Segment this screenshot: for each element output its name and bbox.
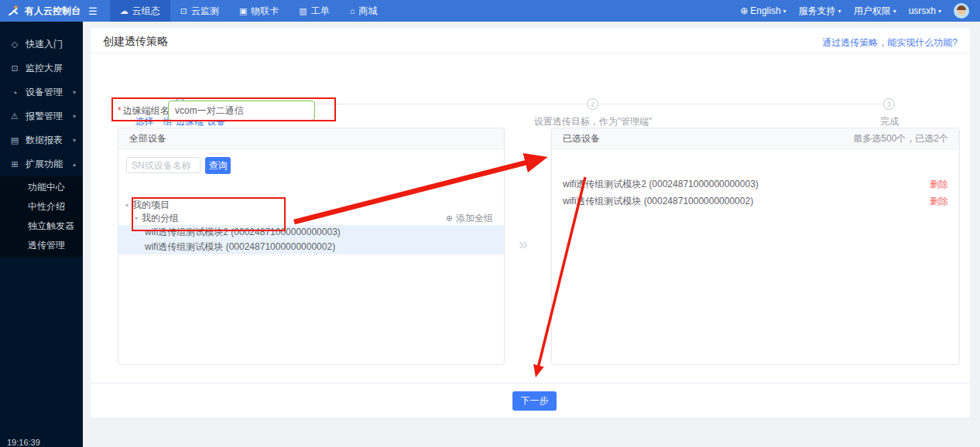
nav-tab-cloud-monitor[interactable]: ⊡ 云监测 [170,0,229,22]
stepper: 1 2 3 选择一组"边缘端"设备 设置透传目标，作为"管理端" 完成 [91,59,970,99]
hamburger-menu-icon[interactable]: ☰ [88,5,98,17]
submenu-item-function-center[interactable]: 功能中心 [0,178,83,197]
delete-link[interactable]: 删除 [930,178,948,191]
tree-expand-icon[interactable]: ▾ [135,215,138,222]
selected-device-name: wifi透传组测试模块2 (00024871000000000003) [563,178,759,191]
delete-link[interactable]: 删除 [930,195,948,208]
step-circle-2: 2 [587,98,598,110]
sidebar-item-alarm-management[interactable]: ⚠ 报警管理 ▾ [0,104,83,128]
nav-tabs: ☁ 云组态 ⊡ 云监测 ▣ 物联卡 ▥ 工单 ⌂ 商城 [110,0,388,22]
storefront-icon: ⌂ [350,6,355,15]
tree-expand-icon[interactable]: ▾ [125,202,128,209]
sidebar-item-data-reports[interactable]: ▤ 数据报表 ▾ [0,128,83,152]
submenu-label: 独立触发器 [28,220,74,233]
screen-icon: ⊡ [9,63,20,73]
nav-tab-label: 云监测 [191,5,219,18]
language-dropdown[interactable]: ⊕ English ▾ [740,5,786,16]
sidebar: ◇ 快速入门 ⊡ 监控大屏 ◔ 设备管理 ▾ ⚠ 报警管理 ▾ ▤ 数据报表 ▾… [0,22,83,447]
search-button[interactable]: 查询 [205,157,231,174]
nav-tab-cloud-scada[interactable]: ☁ 云组态 [110,0,170,22]
sidebar-item-device-management[interactable]: ◔ 设备管理 ▾ [0,80,83,104]
monitor-icon: ⊡ [180,6,187,16]
device-tree-item-2[interactable]: wifi透传组测试模块 (00024871000000000002) [118,240,504,254]
group-name-input[interactable] [168,101,315,121]
chevron-up-icon: ▴ [73,161,76,168]
tree-project-label: 我的项目 [132,199,170,212]
nav-tab-work-order[interactable]: ▥ 工单 [289,0,339,22]
brand: 有人云控制台 ☰ [0,0,105,22]
all-devices-body: 查询 ▾ 我的项目 ▾ 我的分组 ⊕ 添加全组 wifi透传组测试模块2 (00… [118,149,504,365]
sidebar-item-label: 报警管理 [26,110,63,123]
sidebar-item-extensions[interactable]: ⊞ 扩展功能 ▴ [0,152,83,176]
sidebar-item-label: 数据报表 [26,134,63,147]
avatar-hair [957,5,966,10]
timestamp: 19:16:39 [7,438,40,447]
selected-devices-body: wifi透传组测试模块2 (00024871000000000003) 删除 w… [552,149,959,365]
add-all-group-link[interactable]: ⊕ 添加全组 [446,212,493,224]
selected-devices-panel: 已选设备 最多选500个，已选2个 wifi透传组测试模块2 (00024871… [551,128,960,365]
globe-icon: ⊕ [740,5,748,16]
sidebar-item-label: 监控大屏 [26,62,63,75]
sidebar-item-label: 设备管理 [26,86,63,99]
compass-icon: ◇ [9,39,20,49]
device-tree-item-1[interactable]: wifi透传组测试模块2 (00024871000000000003) [118,225,504,240]
nav-tab-mall[interactable]: ⌂ 商城 [340,0,388,22]
selected-device-row-2: wifi透传组测试模块 (00024871000000000002) 删除 [552,193,959,209]
step-number: 3 [887,101,891,108]
all-devices-header: 全部设备 [118,128,504,149]
help-link[interactable]: 通过透传策略，能实现什么功能? [822,36,958,49]
circle-plus-icon: ⊕ [446,213,453,224]
group-name-label-text: 边缘端组名 [123,105,170,116]
alarm-icon: ⚠ [9,111,20,121]
group-name-label: *边缘端组名 [118,104,170,118]
nav-tab-label: 工单 [311,5,330,18]
nav-tab-label: 物联卡 [251,5,279,18]
chevron-down-icon: ▾ [838,8,841,15]
device-search-input[interactable] [126,157,200,173]
submenu-item-passthrough-management[interactable]: 透传管理 [0,236,83,255]
submenu-label: 功能中心 [28,181,65,194]
usr-logo-icon [8,5,20,17]
submenu-item-neutral-intro[interactable]: 中性介绍 [0,197,83,217]
chevron-down-icon: ▾ [73,137,76,144]
nav-tab-iot-card[interactable]: ▣ 物联卡 [229,0,289,22]
chevron-down-icon: ▾ [73,113,76,120]
selected-device-name: wifi透传组测试模块 (00024871000000000002) [563,195,753,208]
main-card: 创建透传策略 通过透传策略，能实现什么功能? 1 2 3 选择一组"边缘端"设备… [91,28,970,418]
submenu-label: 透传管理 [28,239,65,252]
extensions-submenu: 功能中心 中性介绍 独立触发器 透传管理 [0,176,83,257]
add-all-label: 添加全组 [456,212,493,225]
transfer-right-button[interactable]: » [512,232,535,255]
permissions-label: 用户权限 [854,5,891,18]
top-navbar: 有人云控制台 ☰ ☁ 云组态 ⊡ 云监测 ▣ 物联卡 ▥ 工单 ⌂ 商城 ⊕ E… [0,0,980,22]
nav-tab-label: 云组态 [132,5,160,18]
step-connector [601,104,882,104]
required-marker: * [118,105,122,116]
next-step-button[interactable]: 下一步 [512,391,557,411]
support-label: 服务支持 [799,5,836,18]
sidebar-item-label: 快速入门 [26,38,63,51]
ticket-icon: ▥ [299,6,307,16]
sidebar-item-monitor-screen[interactable]: ⊡ 监控大屏 [0,56,83,80]
step-label-2: 设置透传目标，作为"管理端" [534,115,653,128]
selected-devices-header: 已选设备 最多选500个，已选2个 [552,128,959,149]
sidebar-item-quick-start[interactable]: ◇ 快速入门 [0,32,83,56]
selected-devices-title: 已选设备 [563,133,600,144]
grid-icon: ⊞ [9,159,20,169]
avatar[interactable] [954,3,969,19]
nav-tab-label: 商城 [358,5,377,18]
gauge-icon: ◔ [9,88,20,97]
chevron-down-icon: ▾ [938,8,941,15]
permissions-dropdown[interactable]: 用户权限 ▾ [854,5,896,18]
submenu-item-independent-trigger[interactable]: 独立触发器 [0,217,83,236]
device-name: wifi透传组测试模块 (00024871000000000002) [145,241,335,254]
chevron-down-icon: ▾ [893,8,896,15]
tree-node-project[interactable]: ▾ 我的项目 [118,199,504,211]
step-circle-3: 3 [883,98,895,110]
submenu-label: 中性介绍 [28,200,65,213]
sidebar-item-label: 扩展功能 [26,158,63,171]
all-devices-panel: 全部设备 查询 ▾ 我的项目 ▾ 我的分组 ⊕ 添加全组 wifi透传组测试模块… [118,128,505,365]
user-dropdown[interactable]: usrsxh ▾ [909,5,941,16]
username-label: usrsxh [909,5,936,16]
support-dropdown[interactable]: 服务支持 ▾ [799,5,841,18]
